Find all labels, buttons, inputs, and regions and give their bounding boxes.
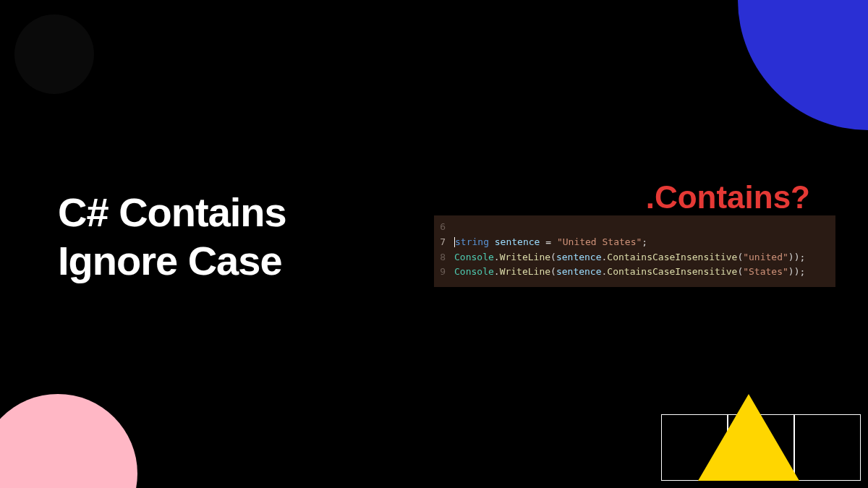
grid-box [794, 414, 861, 481]
line-number: 7 [434, 235, 454, 250]
title-line-2: Ignore Case [58, 236, 286, 285]
contains-label: .Contains? [646, 179, 810, 215]
code-content: Console.WriteLine(sentence.ContainsCaseI… [454, 265, 835, 280]
line-number: 8 [434, 250, 454, 265]
code-line-8: 8 Console.WriteLine(sentence.ContainsCas… [434, 250, 835, 265]
code-line-6: 6 [434, 220, 835, 235]
code-line-9: 9 Console.WriteLine(sentence.ContainsCas… [434, 265, 835, 280]
line-number: 6 [434, 220, 454, 235]
line-number: 9 [434, 265, 454, 280]
code-editor: 6 7 string sentence = "United States"; 8… [434, 215, 835, 287]
main-title: C# Contains Ignore Case [58, 188, 286, 285]
blue-quarter-decoration [738, 0, 868, 130]
title-line-1: C# Contains [58, 188, 286, 236]
code-content: string sentence = "United States"; [454, 235, 835, 250]
code-line-7: 7 string sentence = "United States"; [434, 235, 835, 250]
code-content: Console.WriteLine(sentence.ContainsCaseI… [454, 250, 835, 265]
pink-circle-decoration [0, 394, 137, 488]
yellow-triangle-decoration [698, 394, 799, 481]
dark-circle-decoration [14, 14, 94, 94]
